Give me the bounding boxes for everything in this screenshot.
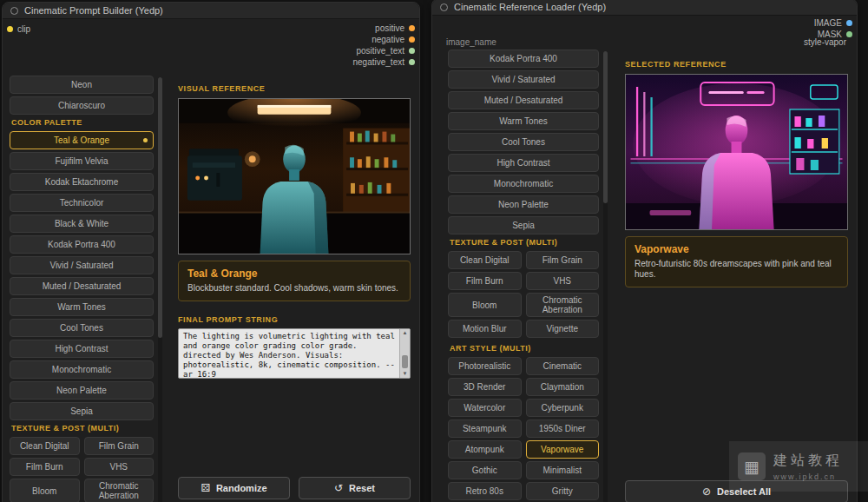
option-label: Sepia [70,406,93,416]
output-slot-positive: positive [353,23,416,34]
option-motion-blur[interactable]: Motion Blur [448,320,522,338]
list-scrollbar-track[interactable] [158,77,162,502]
option-label: Chromatic Aberration [530,295,595,314]
scroll-up-icon[interactable]: ▲ [403,329,408,337]
option-retro-80s[interactable]: Retro 80s [448,482,522,500]
option-vivid-saturated[interactable]: Vivid / Saturated [448,70,599,89]
option-bloom[interactable]: Bloom [10,479,80,502]
node-title-bar[interactable]: Cinematic Reference Loader (Yedp) [432,0,857,16]
option-sepia[interactable]: Sepia [10,402,154,420]
option-claymation[interactable]: Claymation [526,378,600,396]
final-prompt-textarea[interactable]: The lighting is volumetric lighting with… [178,328,411,379]
option-steampunk[interactable]: Steampunk [448,419,522,438]
option-muted-desaturated[interactable]: Muted / Desaturated [448,91,599,109]
option-label: Claymation [541,382,584,392]
slot-dot[interactable] [409,48,415,54]
list-scrollbar-thumb[interactable] [158,77,162,338]
option-gritty[interactable]: Gritty [526,482,600,500]
list-scrollbar-thumb[interactable] [603,51,608,203]
slot-dot[interactable] [846,31,852,37]
option-neon[interactable]: Neon [10,76,154,94]
output-slots: positivenegativepositive_textnegative_te… [353,23,416,68]
prompt-scrollbar[interactable]: ▲ ▼ [399,329,410,378]
option-label: Gothic [472,466,497,475]
list-scrollbar-track[interactable] [603,51,608,502]
option-chromatic-aberration[interactable]: Chromatic Aberration [526,293,600,317]
option-neon-palette[interactable]: Neon Palette [10,381,154,400]
option-clean-digital[interactable]: Clean Digital [10,437,80,455]
scroll-down-icon[interactable]: ▼ [403,370,408,378]
option-black-white[interactable]: Black & White [10,215,154,233]
option-label: Bloom [32,486,56,496]
node-title-bar[interactable]: Cinematic Prompt Builder (Yedp) [3,3,419,19]
collapse-toggle-icon[interactable] [440,3,448,11]
option-neon-palette[interactable]: Neon Palette [448,195,599,214]
option-cool-tones[interactable]: Cool Tones [448,133,599,151]
option-1950s-diner[interactable]: 1950s Diner [526,419,600,438]
option-label: Vivid / Saturated [49,261,113,270]
option-3d-render[interactable]: 3D Render [448,378,522,396]
option-monochromatic[interactable]: Monochromatic [448,175,599,193]
option-cool-tones[interactable]: Cool Tones [10,319,154,337]
option-label: Warm Tones [57,302,106,312]
option-photorealistic[interactable]: Photorealistic [448,357,522,375]
reset-button[interactable]: ↺ Reset [299,477,411,499]
option-gothic[interactable]: Gothic [448,461,522,479]
option-film-grain[interactable]: Film Grain [84,437,155,455]
option-label: 3D Render [464,382,505,392]
option-muted-desaturated[interactable]: Muted / Desaturated [10,277,154,295]
option-film-burn[interactable]: Film Burn [10,458,80,476]
option-high-contrast[interactable]: High Contrast [10,340,154,358]
node-cinematic-prompt-builder[interactable]: Cinematic Prompt Builder (Yedp) clip pos… [2,2,420,502]
collapse-toggle-icon[interactable] [10,7,18,15]
option-sepia[interactable]: Sepia [448,216,599,234]
slot-dot[interactable] [7,26,13,32]
option-warm-tones[interactable]: Warm Tones [448,112,599,130]
option-film-burn[interactable]: Film Burn [448,272,522,290]
option-kodak-portra-400[interactable]: Kodak Portra 400 [10,235,154,254]
option-chromatic-aberration[interactable]: Chromatic Aberration [84,479,155,502]
option-vaporwave[interactable]: Vaporwave [526,440,600,459]
slot-label: positive_text [356,46,404,56]
option-teal-orange[interactable]: Teal & Orange [10,131,154,149]
node-cinematic-reference-loader[interactable]: Cinematic Reference Loader (Yedp) IMAGEM… [431,0,858,502]
option-cinematic[interactable]: Cinematic [526,357,600,375]
option-film-grain[interactable]: Film Grain [526,251,600,269]
option-fujifilm-velvia[interactable]: Fujifilm Velvia [10,152,154,170]
image-name-widget[interactable]: image_name style-vapor [446,37,846,47]
option-watercolor[interactable]: Watercolor [448,399,522,417]
slot-dot[interactable] [409,36,415,43]
option-cyberpunk[interactable]: Cyberpunk [526,399,600,417]
option-warm-tones[interactable]: Warm Tones [10,298,154,316]
option-chiaroscuro[interactable]: Chiaroscuro [10,96,154,115]
option-vignette[interactable]: Vignette [526,320,600,338]
prompt-scrollbar-thumb[interactable] [402,355,408,368]
slot-dot[interactable] [409,25,415,31]
option-bloom[interactable]: Bloom [448,293,522,317]
slot-label: IMAGE [814,18,842,28]
option-clean-digital[interactable]: Clean Digital [448,251,522,269]
option-technicolor[interactable]: Technicolor [10,194,154,212]
option-vhs[interactable]: VHS [526,272,600,290]
slot-dot[interactable] [409,59,415,65]
option-minimalist[interactable]: Minimalist [526,461,600,479]
option-high-contrast[interactable]: High Contrast [448,154,599,172]
slot-dot[interactable] [846,20,852,26]
final-prompt-text[interactable]: The lighting is volumetric lighting with… [179,329,410,378]
option-kodak-portra-400[interactable]: Kodak Portra 400 [448,50,599,68]
option-monochromatic[interactable]: Monochromatic [10,360,154,379]
option-label: Chromatic Aberration [89,481,150,500]
option-label: Chiaroscuro [58,101,105,110]
option-vhs[interactable]: VHS [84,458,155,476]
option-vivid-saturated[interactable]: Vivid / Saturated [10,256,154,274]
option-label: 1950s Diner [539,424,586,433]
option-kodak-ektachrome[interactable]: Kodak Ektachrome [10,173,154,191]
option-atompunk[interactable]: Atompunk [448,440,522,459]
option-label: Retro 80s [466,486,503,496]
randomize-button[interactable]: ⚄ Randomize [178,477,290,499]
node-graph-canvas[interactable]: Cinematic Prompt Builder (Yedp) clip pos… [0,0,868,502]
selection-info-box: Vaporwave Retro-futuristic 80s dreamscap… [625,236,848,287]
option-label: Atompunk [465,445,504,454]
option-label: Kodak Portra 400 [490,54,557,63]
output-slot-negative_text: negative_text [353,56,416,68]
